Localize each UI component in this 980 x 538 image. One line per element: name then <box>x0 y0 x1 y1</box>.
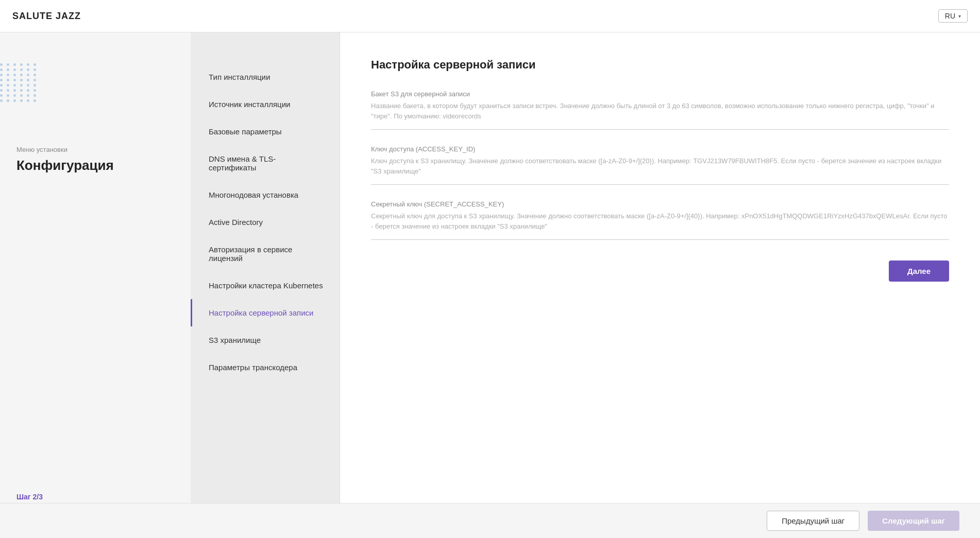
main-content: Настройка серверной записи Бакет S3 для … <box>340 32 980 538</box>
nav-item-license-auth[interactable]: Авторизация в сервисе лицензий <box>191 236 340 272</box>
sidebar-meta: Меню установки Конфигурация <box>16 146 174 173</box>
prev-step-button[interactable]: Предыдущий шаг <box>767 511 859 531</box>
nav-item-kubernetes[interactable]: Настройки кластера Kubernetes <box>191 272 340 299</box>
field-label-s3-bucket: Бакет S3 для серверной записи <box>371 90 949 98</box>
nav-item-active-directory[interactable]: Active Directory <box>191 209 340 236</box>
nav-item-multi-node[interactable]: Многонодовая установка <box>191 181 340 209</box>
language-switcher[interactable]: RU ▾ <box>938 9 968 23</box>
field-s3-bucket: Бакет S3 для серверной записи Название б… <box>371 90 949 130</box>
lang-label: RU <box>945 12 955 20</box>
section-title: Настройка серверной записи <box>371 58 949 72</box>
field-label-access-key: Ключ доступа (ACCESS_KEY_ID) <box>371 145 949 153</box>
nav-item-s3-storage[interactable]: S3 хранилище <box>191 326 340 354</box>
bottom-bar: Предыдущий шаг Следующий шаг <box>0 503 980 538</box>
nav-item-install-source[interactable]: Источник инсталляции <box>191 91 340 118</box>
left-sidebar: Меню установки Конфигурация Шаг 2/3 <box>0 32 191 538</box>
field-label-secret-key: Секретный ключ (SECRET_ACCESS_KEY) <box>371 200 949 208</box>
decorative-dots <box>0 63 31 156</box>
chevron-down-icon: ▾ <box>958 13 961 19</box>
step-label: Шаг 2/3 <box>16 493 174 501</box>
field-secret-key: Секретный ключ (SECRET_ACCESS_KEY) Секре… <box>371 200 949 240</box>
dalye-button[interactable]: Далее <box>889 261 949 282</box>
page-wrapper: Меню установки Конфигурация Шаг 2/3 Тип … <box>0 32 980 538</box>
page-title: Конфигурация <box>16 158 174 173</box>
dalye-wrapper: Далее <box>371 261 949 282</box>
menu-label: Меню установки <box>16 146 174 153</box>
header: SALUTE JAZZ RU ▾ <box>0 0 980 32</box>
field-desc-access-key: Ключ доступа к S3 хранилищу. Значение до… <box>371 156 949 176</box>
nav-item-base-params[interactable]: Базовые параметры <box>191 118 340 145</box>
field-desc-s3-bucket: Название бакета, в котором будут хранить… <box>371 101 949 121</box>
nav-item-install-type[interactable]: Тип инсталляции <box>191 63 340 91</box>
nav-item-transcoder[interactable]: Параметры транскодера <box>191 354 340 381</box>
field-access-key: Ключ доступа (ACCESS_KEY_ID) Ключ доступ… <box>371 145 949 185</box>
dot-grid <box>0 63 31 102</box>
nav-item-dns-tls[interactable]: DNS имена & TLS-сертификаты <box>191 145 340 181</box>
field-desc-secret-key: Секретный ключ для доступа к S3 хранилищ… <box>371 211 949 231</box>
next-step-button[interactable]: Следующий шаг <box>868 511 959 531</box>
logo: SALUTE JAZZ <box>12 11 81 22</box>
nav-item-server-record[interactable]: Настройка серверной записи <box>191 299 340 326</box>
nav-panel: Тип инсталляцииИсточник инсталляцииБазов… <box>191 32 340 538</box>
